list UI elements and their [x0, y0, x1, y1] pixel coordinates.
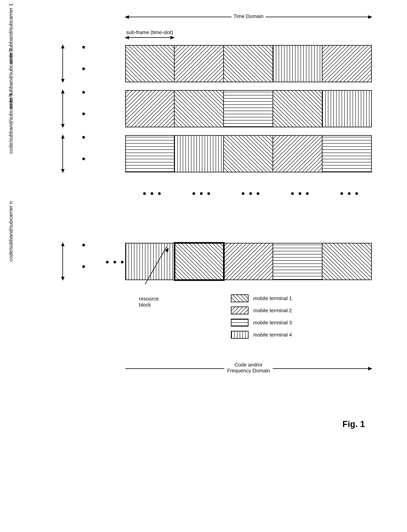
row-n-extent [59, 243, 67, 280]
resource-block [273, 243, 322, 280]
horizontal-dots-icon: • • • [291, 188, 310, 199]
row-3-extent [59, 135, 67, 172]
legend-label-2: mobile terminal 2 [253, 307, 292, 314]
freq-domain-axis: Code and/or Frequency Domain [125, 356, 372, 376]
arrowhead-right-icon [171, 36, 175, 39]
resource-block-label: resource block [139, 296, 159, 308]
resource-block [273, 135, 322, 172]
arrowhead-down-icon [61, 124, 65, 128]
arrowhead-up-icon [61, 89, 65, 93]
horizontal-dots-icon: • • • [143, 188, 162, 199]
arrowhead-up-icon [61, 44, 65, 48]
arrowhead-up-icon [61, 135, 65, 138]
row-3-label: code/subband/subcarrier 3 [8, 117, 45, 154]
resource-block [125, 135, 174, 172]
row-3-blocks [125, 135, 372, 172]
resource-block [224, 135, 273, 172]
swatch-mt1 [231, 294, 249, 302]
row-2-extent [59, 90, 67, 127]
carrier-row-2: code/subband/subcarrier 2 • • [20, 90, 372, 127]
freq-label-line1: Code and/or [235, 362, 262, 368]
arrowhead-down-icon [61, 79, 65, 83]
legend: mobile terminal 1 mobile terminal 2 mobi… [231, 292, 309, 341]
arrowhead-right-icon [368, 15, 372, 19]
resource-block [322, 45, 372, 82]
resource-block [125, 90, 174, 127]
row-1-extent [59, 45, 67, 82]
arrowhead-down-icon [61, 169, 65, 173]
resource-block [322, 90, 372, 127]
resource-block [224, 45, 273, 82]
legend-item-2: mobile terminal 2 [231, 305, 309, 316]
figure-1: Time Domain sub-frame (time-slot) code/s… [20, 8, 387, 494]
resource-block [224, 90, 273, 127]
resource-block [322, 135, 372, 172]
legend-item-3: mobile terminal 3 [231, 317, 309, 328]
legend-label-1: mobile terminal 1 [253, 295, 292, 301]
subframe-label: sub-frame (time-slot) [125, 29, 174, 35]
resource-block [125, 45, 174, 82]
resource-block [273, 45, 322, 82]
time-domain-label: Time Domain [232, 13, 266, 19]
row-2-blocks [125, 90, 372, 127]
legend-label-3: mobile terminal 3 [253, 320, 292, 326]
row-n-blocks [125, 243, 372, 280]
horizontal-dots-icon: • • • [242, 188, 260, 199]
arrowhead-up-icon [61, 242, 65, 246]
row-1-blocks [125, 45, 372, 82]
arrowhead-left-icon [125, 15, 129, 19]
freq-label-line2: Frequency Domain [227, 368, 270, 373]
horizontal-dots-icon: • • • [106, 257, 125, 267]
swatch-mt3 [231, 319, 249, 327]
resource-block [322, 243, 372, 280]
legend-item-1: mobile terminal 1 [231, 293, 309, 304]
resource-block [273, 90, 322, 127]
subframe-line [125, 37, 174, 38]
arrowhead-left-icon [125, 36, 129, 39]
vertical-dots-icon: • • [78, 87, 89, 119]
time-domain-axis: Time Domain [125, 8, 372, 22]
arrowhead-right-icon [368, 367, 372, 371]
resource-block [174, 45, 224, 82]
horizontal-dots-icon: • • • [340, 188, 359, 199]
swatch-mt2 [231, 306, 249, 314]
carrier-row-3: code/subband/subcarrier 3 • • [20, 135, 372, 172]
vertical-dots-icon: • • [78, 240, 89, 272]
figure-label: Fig. 1 [342, 419, 365, 429]
resource-block [224, 243, 273, 280]
resource-block [174, 135, 224, 172]
vertical-dots-icon: • • [78, 132, 89, 164]
carrier-row-n: code/subband/subcarrier n • • • • • [20, 243, 372, 280]
resource-block [174, 90, 224, 127]
freq-domain-label: Code and/or Frequency Domain [224, 362, 273, 374]
legend-label-4: mobile terminal 4 [253, 332, 292, 338]
row-n-label: code/subband/subcarrier n [8, 224, 45, 261]
vertical-dots-icon: • • [78, 42, 89, 74]
arrowhead-down-icon [61, 277, 65, 281]
subframe-span: sub-frame (time-slot) [125, 29, 174, 39]
horizontal-dots-icon: • • • [192, 188, 211, 199]
swatch-mt4 [231, 331, 249, 339]
carrier-row-1: code/subband/subcarrier 1 • • [20, 45, 372, 82]
resource-block-highlighted [174, 243, 224, 280]
legend-item-4: mobile terminal 4 [231, 329, 309, 340]
